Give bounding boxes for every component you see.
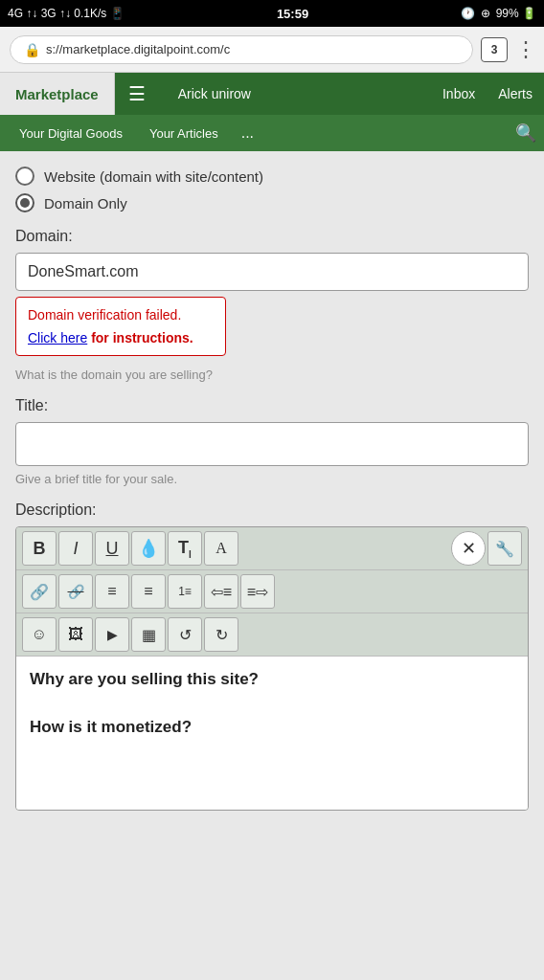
unlink-button[interactable]: 🔗 xyxy=(58,574,93,609)
editor-toolbar-row3: ☺ 🖼 ▶ ▦ ↺ ↻ xyxy=(16,613,528,657)
status-bar: 4G ↑↓ 3G ↑↓ 0.1K/s 📱 15:59 🕐 ⊕ 99% 🔋 xyxy=(0,0,544,27)
close-editor-button[interactable]: ✕ xyxy=(451,531,486,566)
url-text: s://marketplace.digitalpoint.com/c xyxy=(46,42,230,56)
domain-hint: What is the domain you are selling? xyxy=(15,368,529,382)
description-section: Description: B I U 💧 Tl A ✕ 🔧 🔗 🔗 ≡ ≡ 1≡ xyxy=(15,501,529,811)
emoji-button[interactable]: ☺ xyxy=(22,617,57,652)
sim-icon: 📱 xyxy=(110,7,125,20)
domain-only-option-label: Domain Only xyxy=(44,195,127,212)
website-option[interactable]: Website (domain with site/content) xyxy=(15,167,529,186)
marketplace-tab[interactable]: Marketplace xyxy=(0,73,115,115)
url-field[interactable]: 🔒 s://marketplace.digitalpoint.com/c xyxy=(10,35,473,64)
editor-toolbar-row2: 🔗 🔗 ≡ ≡ 1≡ ⇦≡ ≡⇨ xyxy=(16,570,528,613)
color-drop-button[interactable]: 💧 xyxy=(131,531,166,566)
articles-link[interactable]: Your Articles xyxy=(138,122,230,145)
image-button[interactable]: 🖼 xyxy=(58,617,93,652)
video-button[interactable]: ▶ xyxy=(95,617,129,652)
title-input[interactable] xyxy=(15,422,529,466)
nav-bar: Marketplace ☰ Arick unirow Inbox Alerts xyxy=(0,73,544,115)
domain-instructions-link[interactable]: Click here xyxy=(28,330,87,345)
inbox-link[interactable]: Inbox xyxy=(431,86,487,101)
font-size-button[interactable]: Tl xyxy=(168,531,202,566)
status-right: 🕐 ⊕ 99% 🔋 xyxy=(461,7,536,20)
website-radio-button[interactable] xyxy=(15,167,34,186)
editor-container: B I U 💧 Tl A ✕ 🔧 🔗 🔗 ≡ ≡ 1≡ ⇦≡ ≡⇨ xyxy=(15,526,529,811)
search-icon[interactable]: 🔍 xyxy=(515,122,536,144)
battery-indicator: 99% 🔋 xyxy=(496,7,536,20)
domain-instructions-suffix: for instructions. xyxy=(87,330,193,345)
outdent-button[interactable]: ⇦≡ xyxy=(204,574,238,609)
domain-only-option[interactable]: Domain Only xyxy=(15,193,529,212)
network-info: 4G ↑↓ 3G ↑↓ 0.1K/s xyxy=(8,7,106,20)
sub-nav: Your Digital Goods Your Articles ... 🔍 xyxy=(0,115,544,151)
title-section: Title: Give a brief title for your sale. xyxy=(15,397,529,486)
title-hint: Give a brief title for your sale. xyxy=(15,472,529,486)
tab-count[interactable]: 3 xyxy=(481,37,508,62)
alarm-icon: 🕐 xyxy=(461,7,475,20)
wifi-icon: ⊕ xyxy=(481,7,490,20)
domain-input[interactable] xyxy=(15,253,529,291)
bullet-list-button[interactable]: ≡ xyxy=(131,574,166,609)
browser-menu-button[interactable]: ⋮ xyxy=(515,37,534,62)
description-label: Description: xyxy=(15,501,529,519)
lock-icon: 🔒 xyxy=(24,42,40,57)
title-label: Title: xyxy=(15,397,529,414)
link-button[interactable]: 🔗 xyxy=(22,574,57,609)
domain-error-link-row: Click here for instructions. xyxy=(28,330,214,345)
editor-line2: How is it monetized? xyxy=(30,718,514,737)
domain-section: Domain: Domain verification failed. Clic… xyxy=(15,228,529,382)
username-display: Arick unirow xyxy=(159,86,431,101)
alerts-link[interactable]: Alerts xyxy=(487,86,544,101)
digital-goods-link[interactable]: Your Digital Goods xyxy=(8,122,134,145)
status-left: 4G ↑↓ 3G ↑↓ 0.1K/s 📱 xyxy=(8,7,125,20)
more-nav-button[interactable]: ... xyxy=(234,124,261,142)
editor-line1: Why are you selling this site? xyxy=(30,670,514,689)
align-left-button[interactable]: ≡ xyxy=(95,574,129,609)
nav-links: Inbox Alerts xyxy=(431,86,544,101)
address-bar: 🔒 s://marketplace.digitalpoint.com/c 3 ⋮ xyxy=(0,27,544,73)
website-option-label: Website (domain with site/content) xyxy=(44,168,263,185)
domain-error-box: Domain verification failed. Click here f… xyxy=(15,297,226,356)
page-content: Website (domain with site/content) Domai… xyxy=(0,151,544,841)
domain-label: Domain: xyxy=(15,228,529,245)
editor-body[interactable]: Why are you selling this site? How is it… xyxy=(16,657,528,810)
hamburger-menu-button[interactable]: ☰ xyxy=(115,82,159,105)
indent-button[interactable]: ≡⇨ xyxy=(240,574,275,609)
italic-button[interactable]: I xyxy=(58,531,93,566)
domain-only-radio-button[interactable] xyxy=(15,193,34,212)
underline-button[interactable]: U xyxy=(95,531,129,566)
bold-button[interactable]: B xyxy=(22,531,57,566)
editor-toolbar-row1: B I U 💧 Tl A ✕ 🔧 xyxy=(16,527,528,570)
status-time: 15:59 xyxy=(277,7,308,21)
font-style-button[interactable]: A xyxy=(204,531,238,566)
table-button[interactable]: ▦ xyxy=(131,617,166,652)
listing-type-radio-group: Website (domain with site/content) Domai… xyxy=(15,167,529,212)
redo-button[interactable]: ↻ xyxy=(204,617,238,652)
undo-button[interactable]: ↺ xyxy=(168,617,202,652)
numbered-list-button[interactable]: 1≡ xyxy=(168,574,202,609)
domain-error-message: Domain verification failed. xyxy=(28,307,214,323)
settings-editor-button[interactable]: 🔧 xyxy=(487,531,522,566)
